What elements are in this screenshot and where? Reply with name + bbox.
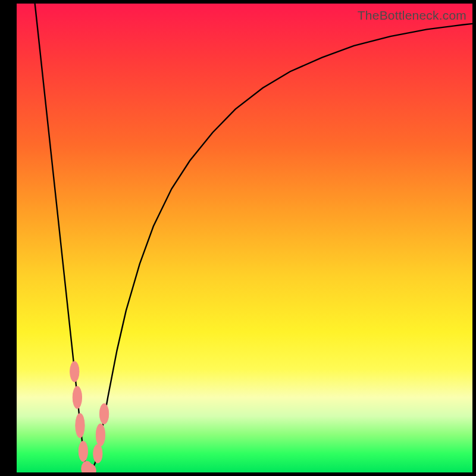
curve-marker [96,424,105,446]
curve-layer [17,4,472,472]
chart-frame: TheBottleneck.com [0,0,476,476]
bottleneck-curve [35,4,472,472]
curve-marker [93,444,102,464]
curve-marker [76,414,84,438]
curve-markers [70,361,109,472]
curve-marker [70,361,79,382]
curve-marker [99,403,108,424]
watermark-text: TheBottleneck.com [358,8,466,23]
curve-marker [79,441,87,462]
plot-area: TheBottleneck.com [17,4,472,472]
curve-marker [73,386,82,409]
